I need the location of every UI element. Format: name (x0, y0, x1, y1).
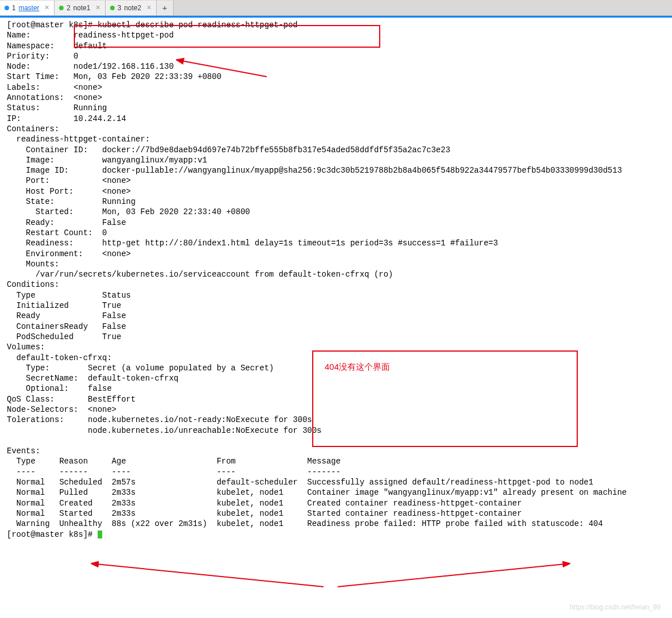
arrow-icon (332, 558, 570, 592)
tab-master[interactable]: 1 master ✕ (0, 1, 54, 15)
tab-title: master (19, 4, 40, 12)
shell-prompt: [root@master k8s]# (7, 20, 98, 30)
command-text: kubectl describe pod readiness-httpget-p… (98, 20, 298, 30)
tab-number: 3 (117, 4, 121, 12)
add-tab-button[interactable]: + (157, 1, 174, 15)
status-dot-icon (5, 6, 9, 10)
annotation-box: 404没有这个界面 (312, 350, 578, 447)
close-icon[interactable]: ✕ (146, 4, 152, 11)
terminal-output[interactable]: [root@master k8s]# kubectl describe pod … (0, 20, 672, 540)
svg-line-1 (96, 564, 324, 587)
tab-number: 2 (66, 4, 70, 12)
watermark-text: https://blog.csdn.net/heian_99 (570, 603, 661, 611)
arrow-icon (91, 558, 329, 592)
close-icon[interactable]: ✕ (95, 4, 100, 11)
tab-note1[interactable]: 2 note1 ✕ (54, 1, 106, 15)
annotation-text: 404没有这个界面 (325, 362, 390, 371)
status-dot-icon (110, 6, 115, 10)
tab-note2[interactable]: 3 note2 ✕ (106, 1, 157, 15)
shell-prompt: [root@master k8s]# (7, 530, 98, 539)
cursor-icon (98, 531, 102, 538)
status-dot-icon (59, 6, 64, 10)
active-tab-indicator (0, 16, 672, 18)
close-icon[interactable]: ✕ (44, 4, 49, 11)
tab-title: note1 (73, 4, 90, 12)
svg-line-2 (338, 564, 565, 587)
tab-title: note2 (124, 4, 141, 12)
tab-bar: 1 master ✕ 2 note1 ✕ 3 note2 ✕ + (0, 0, 672, 16)
events-output: Events: Type Reason Age From Message ---… (7, 446, 627, 528)
tab-number: 1 (12, 4, 16, 12)
